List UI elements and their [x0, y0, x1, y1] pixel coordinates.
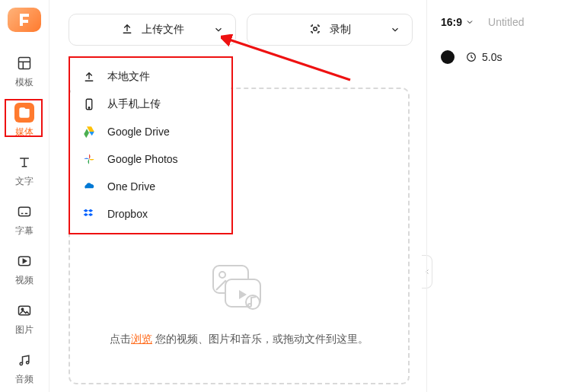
dropdown-item-local[interactable]: 本地文件: [71, 63, 231, 91]
sidebar-item-video[interactable]: 视频: [5, 245, 43, 292]
svg-point-11: [88, 107, 90, 109]
chevron-down-icon: [465, 18, 474, 27]
dropdown-item-label: Dropbox: [107, 208, 148, 220]
left-sidebar: 模板 媒体 文字 字幕 视频 图片 音频: [0, 0, 49, 392]
audio-icon: [14, 350, 34, 370]
subtitle-icon: [14, 202, 34, 221]
sidebar-item-label: 模板: [15, 76, 33, 89]
dropzone-illustration-icon: [209, 263, 270, 314]
google-drive-icon: [81, 124, 97, 139]
upload-icon: [81, 69, 97, 84]
media-add-icon: [14, 103, 34, 123]
timeline-clip[interactable]: 5.0s: [427, 44, 571, 70]
sidebar-item-label: 字幕: [15, 225, 33, 237]
upload-label: 上传文件: [142, 23, 184, 37]
sidebar-item-label: 视频: [15, 274, 33, 287]
svg-point-5: [314, 27, 317, 30]
text-icon: [14, 152, 34, 172]
video-icon: [14, 251, 34, 271]
dropdown-item-label: 本地文件: [107, 70, 150, 84]
phone-icon: [81, 97, 97, 112]
clip-duration: 5.0s: [465, 51, 502, 63]
template-icon: [14, 53, 34, 73]
dropdown-item-dropbox[interactable]: Dropbox: [71, 200, 231, 228]
google-photos-icon: [81, 151, 97, 167]
dropdown-item-google-drive[interactable]: Google Drive: [71, 118, 231, 145]
sidebar-item-audio[interactable]: 音频: [5, 344, 43, 390]
clock-icon: [465, 51, 477, 63]
upload-dropdown-menu: 本地文件 从手机上传 Google Drive Google Photos On…: [71, 59, 231, 232]
right-panel-header: 16:9 Untitled: [427, 0, 571, 44]
sidebar-item-label: 媒体: [15, 126, 33, 139]
app-logo: [8, 8, 41, 32]
dropdown-item-label: Google Drive: [107, 126, 170, 138]
record-icon: [308, 22, 322, 38]
record-label: 录制: [330, 23, 351, 37]
svg-point-7: [219, 272, 225, 278]
dropdown-item-phone[interactable]: 从手机上传: [71, 91, 231, 118]
chevron-down-icon[interactable]: [386, 24, 404, 35]
onedrive-icon: [81, 179, 97, 194]
dropdown-item-onedrive[interactable]: One Drive: [71, 173, 231, 200]
record-button[interactable]: 录制: [247, 14, 413, 46]
right-panel: 16:9 Untitled 5.0s: [426, 0, 571, 392]
chevron-down-icon[interactable]: [209, 24, 228, 35]
sidebar-item-subtitles[interactable]: 字幕: [5, 196, 43, 242]
sidebar-item-label: 文字: [15, 175, 33, 188]
svg-rect-1: [19, 207, 30, 216]
dropdown-item-label: 从手机上传: [107, 97, 161, 111]
dropdown-item-label: Google Photos: [107, 153, 178, 165]
clip-thumbnail: [441, 50, 455, 64]
sidebar-item-label: 图片: [15, 323, 33, 336]
sidebar-item-media[interactable]: 媒体: [5, 97, 43, 143]
project-title[interactable]: Untitled: [488, 16, 524, 28]
aspect-ratio-selector[interactable]: 16:9: [441, 16, 474, 28]
sidebar-item-text[interactable]: 文字: [5, 146, 43, 193]
svg-rect-0: [19, 58, 30, 69]
browse-link[interactable]: 浏览: [131, 333, 152, 345]
sidebar-item-image[interactable]: 图片: [5, 295, 43, 341]
dropbox-icon: [81, 206, 97, 221]
sidebar-item-label: 音频: [15, 373, 33, 386]
upload-icon: [120, 22, 134, 38]
dropdown-item-google-photos[interactable]: Google Photos: [71, 145, 231, 173]
dropzone-text: 点击浏览 您的视频、图片和音乐，或拖动文件到这里。: [110, 333, 368, 346]
toolbar: 上传文件 录制: [69, 14, 413, 46]
upload-button[interactable]: 上传文件: [69, 14, 236, 46]
sidebar-item-templates[interactable]: 模板: [5, 47, 43, 94]
image-icon: [14, 301, 34, 320]
dropdown-item-label: One Drive: [107, 180, 155, 193]
